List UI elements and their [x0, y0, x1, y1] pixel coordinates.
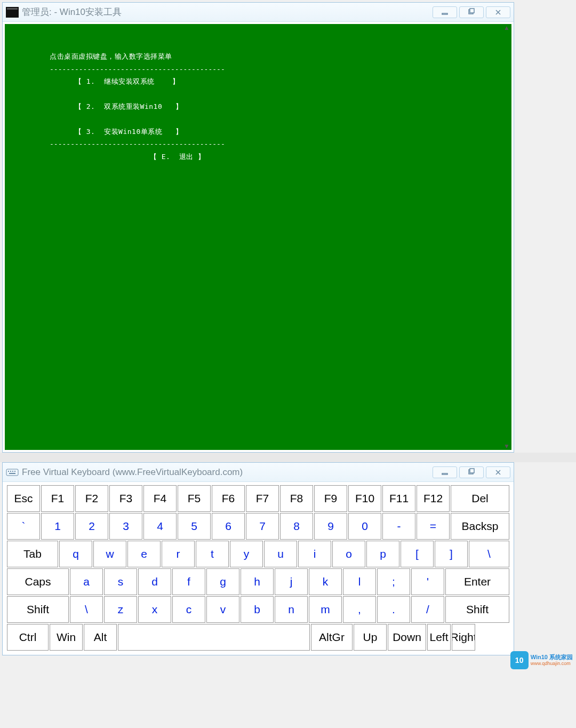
keyboard-titlebar[interactable]: Free Virtual Keyboard (www.FreeVirtualKe…	[3, 463, 514, 482]
key-win[interactable]: Win	[50, 624, 83, 651]
key-u[interactable]: u	[264, 541, 297, 567]
key-space[interactable]	[118, 624, 310, 651]
console-titlebar[interactable]: 管理员: - Win10安装工具	[3, 3, 514, 22]
key-z[interactable]: z	[104, 596, 137, 623]
key-backslash[interactable]: \	[469, 541, 509, 567]
key-lbracket[interactable]: [	[401, 541, 434, 567]
console-option-1: 【 1. 继续安装双系统 】	[75, 77, 179, 85]
key-minus[interactable]: -	[382, 513, 415, 540]
key-4[interactable]: 4	[143, 513, 177, 540]
key-right[interactable]: Right	[452, 624, 475, 651]
key-down[interactable]: Down	[388, 624, 426, 651]
key-0[interactable]: 0	[348, 513, 381, 540]
key-d[interactable]: d	[138, 568, 171, 595]
console-title: 管理员: - Win10安装工具	[22, 6, 433, 18]
key-f4[interactable]: F4	[143, 485, 177, 512]
window-gap	[0, 453, 576, 462]
key-v[interactable]: v	[206, 596, 239, 623]
key-c[interactable]: c	[172, 596, 205, 623]
key-9[interactable]: 9	[314, 513, 347, 540]
key-del[interactable]: Del	[451, 485, 509, 512]
key-semicolon[interactable]: ;	[377, 568, 410, 595]
scroll-up-icon[interactable]: ▲	[503, 24, 510, 31]
key-f9[interactable]: F9	[314, 485, 347, 512]
key-f3[interactable]: F3	[109, 485, 142, 512]
key-e[interactable]: e	[127, 541, 161, 567]
key-i[interactable]: i	[298, 541, 331, 567]
key-f1[interactable]: F1	[41, 485, 74, 512]
key-j[interactable]: j	[275, 568, 308, 595]
key-x[interactable]: x	[138, 596, 171, 623]
key-f8[interactable]: F8	[280, 485, 313, 512]
key-backtick[interactable]: `	[7, 513, 40, 540]
key-2[interactable]: 2	[75, 513, 108, 540]
key-b[interactable]: b	[241, 596, 274, 623]
watermark-text: Win10 系统家园 www.qdhuajin.com	[531, 654, 573, 667]
key-h[interactable]: h	[241, 568, 274, 595]
minimize-button[interactable]	[433, 6, 457, 18]
key-f12[interactable]: F12	[417, 485, 450, 512]
key-quote[interactable]: '	[411, 568, 444, 595]
key-r[interactable]: r	[162, 541, 195, 567]
key-t[interactable]: t	[196, 541, 229, 567]
close-button[interactable]	[486, 6, 510, 18]
key-backspace[interactable]: Backsp	[451, 513, 509, 540]
maximize-button[interactable]	[459, 6, 484, 18]
key-l[interactable]: l	[343, 568, 376, 595]
key-p[interactable]: p	[366, 541, 399, 567]
key-s[interactable]: s	[104, 568, 137, 595]
key-comma[interactable]: ,	[343, 596, 376, 623]
key-shift-left[interactable]: Shift	[7, 596, 69, 623]
console-option-2: 【 2. 双系统重装Win10 】	[75, 102, 183, 110]
key-caps[interactable]: Caps	[7, 568, 69, 595]
svg-rect-8	[12, 471, 13, 472]
key-o[interactable]: o	[332, 541, 365, 567]
key-f6[interactable]: F6	[212, 485, 245, 512]
key-alt[interactable]: Alt	[84, 624, 117, 651]
key-1[interactable]: 1	[41, 513, 74, 540]
key-f5[interactable]: F5	[178, 485, 211, 512]
key-y[interactable]: y	[230, 541, 263, 567]
key-f7[interactable]: F7	[246, 485, 279, 512]
key-3[interactable]: 3	[109, 513, 142, 540]
console-scrollbar[interactable]: ▲ ▼	[502, 24, 511, 450]
key-esc[interactable]: Esc	[7, 485, 40, 512]
key-7[interactable]: 7	[246, 513, 279, 540]
key-n[interactable]: n	[275, 596, 308, 623]
key-8[interactable]: 8	[280, 513, 313, 540]
key-a[interactable]: a	[70, 568, 103, 595]
key-6[interactable]: 6	[212, 513, 245, 540]
key-equals[interactable]: =	[417, 513, 450, 540]
watermark-icon: 10	[510, 651, 529, 669]
key-backslash2[interactable]: \	[70, 596, 103, 623]
key-tab[interactable]: Tab	[7, 541, 58, 567]
key-w[interactable]: w	[93, 541, 126, 567]
key-period[interactable]: .	[377, 596, 410, 623]
console-window-buttons	[433, 6, 510, 18]
console-content[interactable]: 点击桌面虚拟键盘，输入数字选择菜单 ----------------------…	[5, 24, 511, 450]
key-shift-right[interactable]: Shift	[445, 596, 509, 623]
key-q[interactable]: q	[59, 541, 92, 567]
maximize-button[interactable]	[459, 466, 484, 478]
key-f2[interactable]: F2	[75, 485, 108, 512]
svg-rect-4	[470, 9, 474, 13]
key-enter[interactable]: Enter	[445, 568, 509, 595]
key-f10[interactable]: F10	[348, 485, 381, 512]
close-button[interactable]	[486, 466, 510, 478]
key-ctrl[interactable]: Ctrl	[7, 624, 49, 651]
key-5[interactable]: 5	[178, 513, 211, 540]
key-k[interactable]: k	[309, 568, 342, 595]
key-slash[interactable]: /	[411, 596, 444, 623]
console-separator: ----------------------------------------…	[50, 140, 225, 148]
svg-rect-9	[14, 471, 15, 472]
key-f[interactable]: f	[172, 568, 205, 595]
key-left[interactable]: Left	[427, 624, 451, 651]
key-g[interactable]: g	[206, 568, 239, 595]
scroll-down-icon[interactable]: ▼	[503, 442, 510, 450]
key-m[interactable]: m	[309, 596, 342, 623]
key-f11[interactable]: F11	[382, 485, 415, 512]
key-rbracket[interactable]: ]	[435, 541, 468, 567]
key-up[interactable]: Up	[354, 624, 387, 651]
minimize-button[interactable]	[433, 466, 457, 478]
key-altgr[interactable]: AltGr	[311, 624, 353, 651]
